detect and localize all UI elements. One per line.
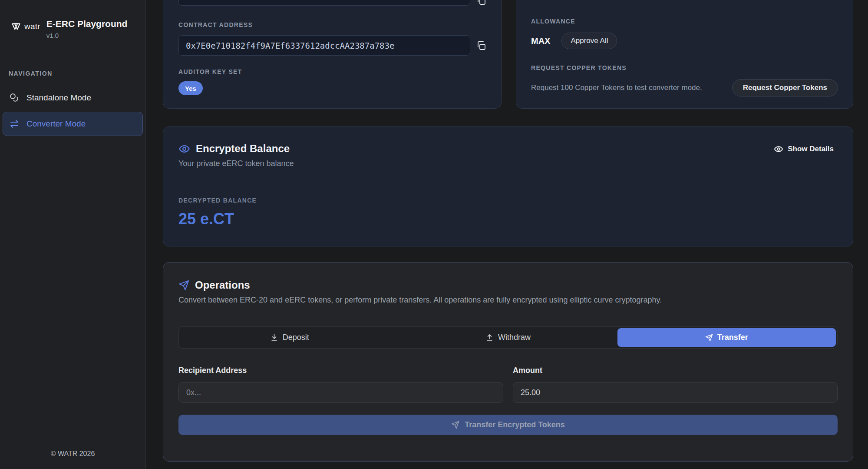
copy-icon[interactable] bbox=[476, 0, 486, 6]
allowance-label: ALLOWANCE bbox=[531, 18, 575, 25]
sidebar-item-standalone-mode[interactable]: Standalone Mode bbox=[3, 86, 143, 110]
transfer-button-label: Transfer Encrypted Tokens bbox=[465, 420, 565, 429]
auditor-key-label: AUDITOR KEY SET bbox=[178, 68, 242, 75]
sidebar-footer: © WATR 2026 bbox=[0, 441, 145, 469]
send-icon bbox=[705, 334, 713, 342]
decrypted-balance-value: 25 e.CT bbox=[178, 210, 838, 228]
operations-title: Operations bbox=[195, 279, 250, 291]
app-version: v1.0 bbox=[46, 32, 128, 39]
tab-label: Withdraw bbox=[498, 333, 531, 342]
sidebar-item-label: Standalone Mode bbox=[26, 93, 91, 103]
operations-subtitle: Convert between ERC-20 and eERC tokens, … bbox=[178, 296, 838, 305]
contract-address-label: CONTRACT ADDRESS bbox=[178, 21, 253, 28]
transfer-encrypted-tokens-button[interactable]: Transfer Encrypted Tokens bbox=[178, 415, 838, 435]
token-field-input[interactable] bbox=[178, 0, 470, 6]
eye-icon bbox=[774, 144, 783, 154]
sidebar: watr E-ERC Playground v1.0 NAVIGATION St… bbox=[0, 0, 146, 469]
watr-logo: watr bbox=[10, 21, 40, 32]
operations-card: Operations Convert between ERC-20 and eE… bbox=[163, 262, 853, 462]
request-copper-description: Request 100 Copper Tokens to test conver… bbox=[531, 83, 702, 92]
eye-icon bbox=[178, 143, 190, 155]
tab-withdraw[interactable]: Withdraw bbox=[399, 328, 617, 347]
token-info-card: CONTRACT ADDRESS AUDITOR KEY SET Yes bbox=[163, 0, 502, 109]
amount-input[interactable] bbox=[513, 382, 838, 403]
upload-icon bbox=[485, 333, 494, 342]
tab-deposit[interactable]: Deposit bbox=[180, 328, 399, 347]
encrypted-balance-card: Encrypted Balance Your private eERC toke… bbox=[163, 126, 853, 246]
main-content: CONTRACT ADDRESS AUDITOR KEY SET Yes ALL… bbox=[146, 0, 868, 469]
decrypted-balance-label: DECRYPTED BALANCE bbox=[178, 197, 838, 204]
amount-label: Amount bbox=[513, 366, 838, 375]
swap-icon bbox=[9, 119, 20, 129]
request-copper-label: REQUEST COPPER TOKENS bbox=[531, 64, 627, 71]
send-icon bbox=[178, 280, 189, 291]
coins-icon bbox=[9, 93, 20, 103]
copy-icon[interactable] bbox=[476, 40, 486, 51]
sidebar-item-converter-mode[interactable]: Converter Mode bbox=[3, 112, 143, 136]
auditor-key-status-badge: Yes bbox=[178, 81, 203, 95]
copyright-text: © WATR 2026 bbox=[10, 450, 135, 458]
recipient-address-label: Recipient Address bbox=[178, 366, 503, 375]
sidebar-item-label: Converter Mode bbox=[26, 119, 86, 129]
brand: watr E-ERC Playground v1.0 bbox=[0, 0, 145, 39]
allowance-card: ALLOWANCE MAX Approve All REQUEST COPPER… bbox=[516, 0, 853, 109]
watr-logo-text: watr bbox=[24, 22, 40, 31]
show-details-label: Show Details bbox=[788, 145, 834, 153]
app-title: E-ERC Playground bbox=[46, 18, 128, 30]
tab-transfer[interactable]: Transfer bbox=[617, 328, 836, 347]
operations-tab-bar: Deposit Withdraw Transfer bbox=[178, 326, 838, 349]
watr-logo-icon bbox=[10, 21, 22, 32]
allowance-value: MAX bbox=[531, 36, 550, 46]
tab-label: Transfer bbox=[717, 333, 748, 342]
download-icon bbox=[270, 333, 278, 342]
send-icon bbox=[451, 421, 459, 429]
show-details-button[interactable]: Show Details bbox=[774, 144, 834, 154]
balance-card-title: Encrypted Balance bbox=[196, 143, 290, 155]
contract-address-input[interactable] bbox=[178, 35, 470, 56]
approve-all-button[interactable]: Approve All bbox=[561, 33, 617, 49]
nav-section-label: NAVIGATION bbox=[0, 55, 145, 85]
brand-text: E-ERC Playground v1.0 bbox=[46, 18, 128, 39]
tab-label: Deposit bbox=[283, 333, 309, 342]
footer-divider bbox=[10, 441, 135, 441]
recipient-address-input[interactable] bbox=[178, 382, 503, 403]
request-copper-tokens-button[interactable]: Request Copper Tokens bbox=[732, 79, 838, 96]
balance-card-subtitle: Your private eERC token balance bbox=[178, 159, 838, 168]
